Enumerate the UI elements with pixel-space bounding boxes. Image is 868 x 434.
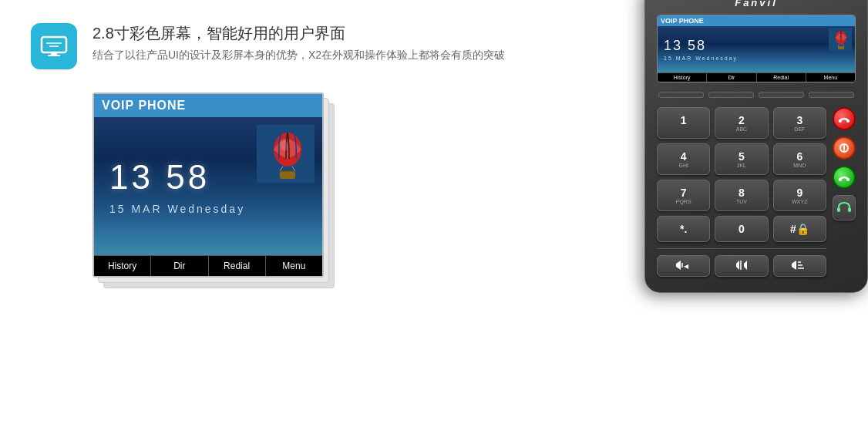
keypad-row-3: 7PQRS 8TUV 9WXYZ [657, 180, 826, 211]
svg-point-31 [843, 150, 845, 151]
keypad-divider [657, 248, 826, 249]
screen-mockup: VOIP PHONE [93, 93, 339, 293]
mini-btn-dir: Dir [707, 73, 756, 82]
feature-desc: 结合了以往产品UI的设计及彩屏本身的优势，X2在外观和操作体验上都将会有质的突破 [93, 49, 505, 62]
mini-screen-time: 13 58 [661, 38, 852, 54]
keypad-row-1: 1 2ABC 3DEF [657, 107, 826, 139]
phone-body: Fanvil VOIP PHONE 13 [644, 0, 868, 293]
mini-balloon-illustration [829, 28, 852, 51]
soft-key-3[interactable] [759, 92, 804, 98]
soft-key-2[interactable] [708, 92, 754, 98]
phone-device: Fanvil VOIP PHONE 13 [644, 0, 868, 293]
svg-marker-17 [676, 261, 681, 270]
phone-mini-screen: VOIP PHONE 13 58 15 MAR Wednesd [657, 15, 856, 82]
keypad-row-4: *. 0 #🔒 [657, 216, 826, 242]
svg-rect-2 [48, 55, 60, 56]
headset-icon [836, 200, 852, 213]
screen-time: 13 58 [94, 158, 210, 197]
phone-screen-inner: VOIP PHONE [94, 94, 322, 276]
svg-rect-9 [280, 171, 295, 179]
key-2[interactable]: 2ABC [715, 107, 768, 139]
svg-text:◀: ◀ [684, 263, 689, 270]
svg-point-32 [839, 178, 842, 181]
key-3[interactable]: 3DEF [773, 107, 826, 139]
key-7[interactable]: 7PQRS [657, 180, 710, 211]
screen-main: VOIP PHONE [93, 93, 324, 278]
screen-icon [40, 35, 68, 57]
screen-btn-history: History [94, 256, 151, 276]
key-4[interactable]: 4GHI [657, 143, 710, 175]
screen-header: VOIP PHONE [94, 94, 322, 117]
mini-btn-history: History [658, 73, 707, 82]
svg-rect-34 [837, 207, 840, 212]
svg-rect-35 [848, 207, 851, 212]
key-6[interactable]: 6MNO [773, 143, 826, 175]
mini-screen-body: 13 58 15 MAR Wednesday [658, 26, 855, 72]
svg-marker-22 [744, 261, 747, 270]
key-1[interactable]: 1 [657, 107, 710, 139]
screen-btn-redial: Redial [209, 256, 266, 276]
key-hash[interactable]: #🔒 [773, 216, 826, 242]
feature-text: 2.8寸彩色屏幕，智能好用的用户界面 结合了以往产品UI的设计及彩屏本身的优势，… [93, 23, 505, 62]
key-5[interactable]: 5JKL [715, 143, 768, 175]
svg-marker-23 [792, 261, 796, 270]
keypad-row-2: 4GHI 5JKL 6MNO [657, 143, 826, 175]
phone-brand: Fanvil [657, 0, 856, 8]
keypad-section: 1 2ABC 3DEF 4GHI 5JKL 6MNO 7PQRS 8TUV [657, 107, 856, 277]
call-button[interactable] [833, 166, 856, 189]
svg-point-27 [839, 119, 842, 123]
soft-key-4[interactable] [809, 92, 854, 98]
vol-up-btn[interactable] [773, 255, 826, 277]
balloon-illustration [257, 125, 315, 183]
screen-body: 13 58 15 MAR Wednesday [94, 117, 322, 255]
feature-title: 2.8寸彩色屏幕，智能好用的用户界面 [93, 23, 505, 44]
screen-btn-menu: Menu [266, 256, 322, 276]
main-content: VOIP PHONE [0, 85, 868, 293]
screen-date: 15 MAR Wednesday [94, 203, 245, 215]
svg-point-33 [846, 178, 849, 181]
vol-down-btn[interactable]: ◀ [657, 255, 710, 277]
action-buttons-column [833, 107, 856, 277]
mini-screen-footer: History Dir Redial Menu [658, 72, 855, 82]
key-9[interactable]: 9WXYZ [773, 180, 826, 211]
svg-point-28 [846, 119, 849, 123]
vol-up-icon [792, 261, 807, 270]
key-8[interactable]: 8TUV [715, 180, 768, 211]
soft-key-1[interactable] [658, 92, 704, 98]
feature-icon [31, 23, 77, 69]
key-0[interactable]: 0 [715, 216, 768, 242]
svg-rect-16 [838, 46, 844, 49]
screen-footer: History Dir Redial Menu [94, 255, 322, 276]
hangup-icon [838, 115, 850, 123]
mini-btn-menu: Menu [806, 73, 855, 82]
mute-btn[interactable] [715, 255, 768, 277]
screen-btn-dir: Dir [151, 256, 208, 276]
keypad-grid-wrapper: 1 2ABC 3DEF 4GHI 5JKL 6MNO 7PQRS 8TUV [657, 107, 826, 277]
svg-rect-0 [42, 37, 66, 52]
hangup-button[interactable] [833, 107, 856, 130]
mini-screen-date: 15 MAR Wednesday [661, 56, 852, 61]
headset-button[interactable] [833, 195, 856, 220]
mini-btn-redial: Redial [757, 73, 806, 82]
hold-button[interactable] [833, 136, 856, 160]
svg-marker-20 [736, 261, 739, 270]
soft-keys-row [657, 92, 856, 98]
vol-down-icon: ◀ [676, 261, 691, 270]
call-icon [838, 173, 850, 181]
bottom-row: ◀ [657, 255, 826, 277]
key-star[interactable]: *. [657, 216, 710, 242]
mini-screen-header: VOIP PHONE [658, 15, 855, 26]
hold-icon [839, 143, 849, 153]
mute-icon [734, 261, 749, 270]
